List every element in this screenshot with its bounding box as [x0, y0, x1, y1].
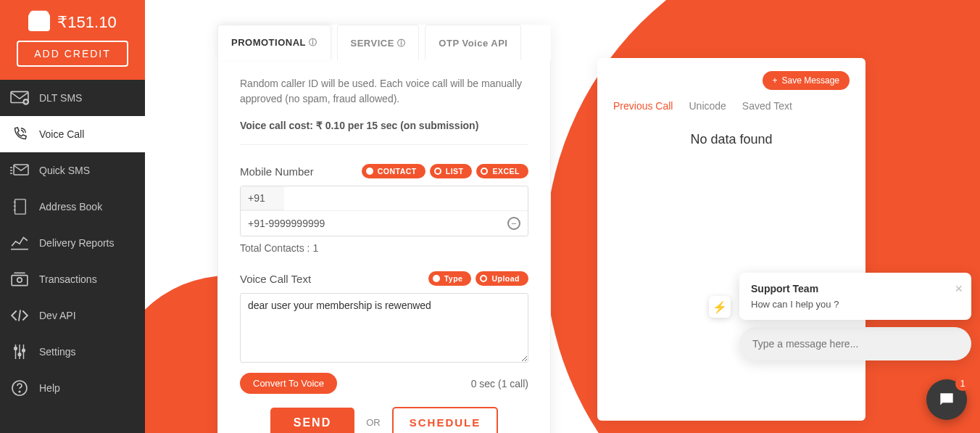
voice-call-panel: PROMOTIONAL ⓘ SERVICE ⓘ OTP Voice API Ra…	[217, 25, 551, 433]
pill-label: LIST	[446, 167, 464, 176]
sidebar-item-delivery-reports[interactable]: Delivery Reports	[0, 225, 145, 261]
sidebar-item-transactions[interactable]: Transactions	[0, 261, 145, 297]
sidebar-item-quick-sms[interactable]: Quick SMS	[0, 152, 145, 189]
info-icon: ⓘ	[309, 37, 317, 48]
tab-label: PROMOTIONAL	[231, 37, 306, 48]
mobile-number-input[interactable]	[287, 186, 523, 210]
voice-call-body: Random caller ID will be used. Each voic…	[217, 60, 551, 433]
svg-point-10	[19, 391, 20, 392]
country-code-prefix: +91	[241, 186, 284, 210]
tab-previous-call[interactable]: Previous Call	[613, 100, 673, 112]
send-button[interactable]: SEND	[270, 408, 354, 434]
tab-unicode[interactable]: Unicode	[689, 100, 726, 112]
radio-ring-icon	[481, 168, 488, 175]
chat-badge: 1	[955, 376, 970, 391]
call-duration-count: 0 sec (1 call)	[471, 378, 528, 389]
tab-otp-voice-api[interactable]: OTP Voice API	[425, 25, 521, 60]
svg-rect-4	[12, 276, 28, 286]
phone-icon	[10, 126, 29, 142]
pill-list[interactable]: LIST	[430, 164, 473, 178]
chat-fab-button[interactable]: 1	[926, 379, 967, 420]
sidebar-item-label: Settings	[39, 346, 76, 358]
envelope-plus-icon	[10, 90, 29, 106]
saved-messages-tabs: Previous Call Unicode Saved Text	[613, 100, 850, 112]
svg-point-12	[946, 397, 947, 399]
support-chat-title: Support Team	[751, 283, 960, 294]
lightning-icon: ⚡	[713, 300, 727, 314]
support-chat-input-row	[739, 327, 971, 360]
divider	[240, 144, 528, 145]
pill-label: Upload	[491, 274, 520, 283]
support-chat-text: How can I help you ?	[751, 299, 960, 310]
voice-text-input[interactable]	[240, 293, 528, 363]
sidebar-item-address-book[interactable]: Address Book	[0, 189, 145, 225]
contact-entry-row: +91-9999999999 −	[241, 211, 528, 236]
submit-actions: SEND OR SCHEDULE	[240, 407, 528, 433]
svg-rect-2	[14, 165, 28, 175]
info-icon: ⓘ	[397, 38, 406, 49]
sidebar-item-help[interactable]: Help	[0, 370, 145, 406]
svg-point-7	[18, 353, 21, 356]
radio-dot-selected-icon	[433, 275, 440, 282]
support-chat-widget: ⚡ × Support Team How can I help you ?	[739, 273, 971, 360]
sidebar-item-label: Dev API	[39, 310, 76, 321]
sidebar-header: ₹151.10 ADD CREDIT	[0, 0, 145, 80]
sidebar-item-label: DLT SMS	[39, 92, 82, 104]
tab-label: SERVICE	[351, 38, 394, 49]
tab-label: OTP Voice API	[439, 38, 507, 49]
pill-excel[interactable]: EXCEL	[476, 164, 528, 178]
mobile-number-box: +91 +91-9999999999 −	[240, 186, 528, 236]
radio-ring-icon	[480, 275, 487, 282]
sidebar-item-settings[interactable]: Settings	[0, 334, 145, 370]
convert-to-voice-button[interactable]: Convert To Voice	[240, 373, 337, 394]
pill-upload[interactable]: Upload	[476, 271, 528, 286]
chart-line-icon	[10, 235, 29, 251]
plus-icon: +	[773, 75, 778, 86]
wallet-icon	[28, 14, 50, 31]
wallet-balance: ₹151.10	[57, 13, 116, 32]
sidebar-item-label: Address Book	[39, 201, 102, 213]
pill-label: Type	[444, 274, 463, 283]
mobile-prefix-row: +91	[241, 186, 528, 211]
sliders-icon	[10, 344, 29, 360]
pill-type[interactable]: Type	[428, 271, 472, 286]
save-message-button[interactable]: + Save Message	[763, 71, 850, 90]
sidebar-nav: DLT SMS Voice Call Quick SMS Address Boo…	[0, 80, 145, 433]
mobile-source-pills: CONTACT LIST EXCEL	[362, 164, 528, 178]
tab-saved-text[interactable]: Saved Text	[742, 100, 792, 112]
svg-point-13	[948, 397, 950, 399]
radio-dot-selected-icon	[366, 168, 373, 175]
sidebar-item-label: Voice Call	[39, 128, 84, 140]
svg-point-8	[22, 349, 25, 352]
svg-point-5	[17, 278, 22, 283]
wallet-row: ₹151.10	[0, 13, 145, 32]
schedule-button[interactable]: SCHEDULE	[392, 407, 499, 433]
remove-contact-button[interactable]: −	[507, 217, 520, 230]
add-credit-button[interactable]: ADD CREDIT	[17, 41, 128, 67]
sidebar-item-label: Help	[39, 382, 60, 394]
envelope-fast-icon	[10, 162, 29, 178]
voice-call-tabs: PROMOTIONAL ⓘ SERVICE ⓘ OTP Voice API	[217, 25, 551, 60]
support-chat-input[interactable]	[752, 338, 958, 350]
pill-label: EXCEL	[492, 167, 520, 176]
or-label: OR	[366, 417, 381, 428]
tab-service[interactable]: SERVICE ⓘ	[337, 25, 420, 60]
pill-contact[interactable]: CONTACT	[362, 164, 425, 178]
total-contacts-label: Total Contacts : 1	[240, 242, 528, 254]
tab-promotional[interactable]: PROMOTIONAL ⓘ	[217, 25, 331, 60]
sidebar-item-dev-api[interactable]: Dev API	[0, 297, 145, 334]
sidebar-item-label: Quick SMS	[39, 165, 90, 176]
voice-input-pills: Type Upload	[428, 271, 528, 286]
support-chat-bubble: × Support Team How can I help you ?	[739, 273, 971, 320]
close-chat-button[interactable]: ×	[955, 281, 963, 297]
svg-rect-3	[15, 199, 26, 214]
mobile-number-label: Mobile Number	[240, 165, 314, 178]
svg-point-6	[14, 347, 17, 350]
sidebar-item-voice-call[interactable]: Voice Call	[0, 116, 145, 152]
voice-text-label: Voice Call Text	[240, 273, 311, 285]
sidebar-item-dlt-sms[interactable]: DLT SMS	[0, 80, 145, 116]
sidebar-item-label: Delivery Reports	[39, 237, 114, 249]
code-icon	[10, 308, 29, 323]
save-message-label: Save Message	[782, 75, 839, 86]
help-icon	[10, 380, 29, 396]
